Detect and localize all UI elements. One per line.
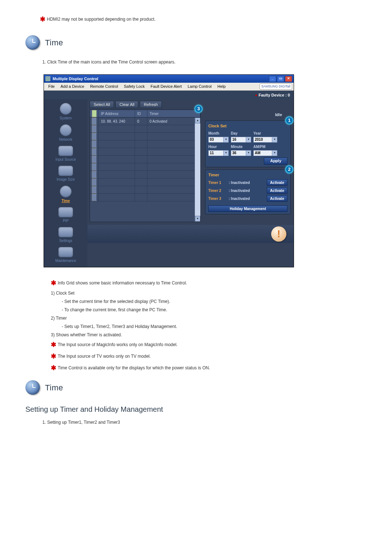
apply-button[interactable]: Apply — [264, 157, 287, 165]
timer3-activate-button[interactable]: Activate — [267, 195, 287, 202]
grid-body: 10. 88. 43. 240 0 0 Activated — [90, 118, 200, 222]
timer3-name: Timer 3 — [208, 196, 226, 201]
table-row[interactable] — [90, 148, 200, 156]
chevron-down-icon: ▾ — [223, 137, 228, 142]
brand-badge: SAMSUNG DIGITall — [260, 83, 292, 90]
table-row[interactable]: 10. 88. 43. 240 0 0 Activated — [90, 118, 200, 125]
row-checkbox[interactable] — [92, 133, 97, 140]
sidebar-item-system[interactable]: System — [44, 102, 87, 122]
row-checkbox[interactable] — [92, 156, 97, 163]
select-all-button[interactable]: Select All — [90, 101, 114, 108]
sidebar-item-network[interactable]: Network — [44, 123, 87, 144]
sidebar-item-time[interactable]: Time — [44, 184, 87, 205]
settings-icon — [58, 227, 73, 237]
sidebar-item-settings[interactable]: Settings — [44, 226, 87, 245]
table-row[interactable] — [90, 194, 200, 201]
input-source-icon — [58, 146, 73, 156]
sidebar-item-input-source[interactable]: Input Source — [44, 144, 87, 164]
right-panel: Idle 1 Clock Set Month03▾ Day16▾ Year201… — [203, 110, 294, 225]
day-select[interactable]: 16▾ — [231, 137, 251, 143]
main-area: System Network Input Source Image Size T… — [44, 99, 294, 267]
menu-remote-control[interactable]: Remote Control — [87, 83, 121, 90]
timer2-status: : Inactivated — [229, 188, 265, 193]
row-checkbox[interactable] — [92, 171, 97, 178]
timer2-name: Timer 2 — [208, 188, 226, 193]
sidebar-item-pip[interactable]: PIP — [44, 206, 87, 225]
maintenance-icon — [58, 247, 73, 257]
sidebar-item-maintenance[interactable]: Maintenance — [44, 246, 87, 265]
desc-infogrid: Info Grid shows some basic information n… — [58, 280, 187, 286]
table-row[interactable] — [90, 125, 200, 133]
system-icon — [60, 103, 72, 115]
header-checkbox-cell[interactable] — [90, 110, 99, 117]
clear-all-button[interactable]: Clear All — [115, 101, 138, 108]
menu-fault-device-alert[interactable]: Fault Device Alert — [148, 83, 185, 90]
menu-safety-lock[interactable]: Safety Lock — [121, 83, 147, 90]
section-title-2: Time — [45, 382, 63, 394]
header-timer: Timer — [147, 110, 200, 117]
menu-lamp-control[interactable]: Lamp Control — [185, 83, 215, 90]
hdmi-note-text: HDMI2 may not be supported depending on … — [47, 17, 156, 22]
ampm-select[interactable]: AM▾ — [253, 150, 277, 156]
header-id: ID — [135, 110, 147, 117]
row-timer: 0 Activated — [147, 118, 200, 125]
month-select[interactable]: 03▾ — [208, 137, 229, 143]
table-row[interactable] — [90, 133, 200, 140]
row-checkbox[interactable] — [92, 178, 97, 186]
row-checkbox[interactable] — [92, 163, 97, 171]
row-checkbox[interactable] — [92, 118, 97, 125]
menu-file[interactable]: File — [45, 83, 58, 90]
chevron-down-icon: ▾ — [246, 151, 251, 156]
star-icon: ✱ — [51, 364, 56, 372]
table-row[interactable] — [90, 156, 200, 163]
timer2-activate-button[interactable]: Activate — [267, 187, 287, 194]
day-label: Day — [231, 131, 251, 136]
year-select[interactable]: 2010▾ — [253, 137, 277, 143]
minute-label: Minute — [231, 144, 251, 149]
alert-icon: ! — [271, 226, 286, 242]
table-row[interactable] — [90, 140, 200, 148]
idle-label: Idle — [268, 111, 289, 118]
center-pane: Select All Clear All Refresh IP Address … — [87, 99, 294, 267]
star-icon: ✱ — [51, 341, 56, 348]
scroll-down-button[interactable]: ▼ — [195, 216, 200, 222]
table-row[interactable] — [90, 163, 200, 171]
chevron-down-icon: ▾ — [223, 151, 228, 156]
row-checkbox[interactable] — [92, 186, 97, 193]
minute-select[interactable]: 36▾ — [231, 150, 251, 156]
callout-1: 1 — [285, 116, 293, 124]
clock-icon — [25, 35, 40, 50]
sub-item: Setting up Timer1, Timer2 and Timer3 — [47, 419, 367, 426]
menu-help[interactable]: Help — [215, 83, 229, 90]
row-checkbox[interactable] — [92, 194, 97, 201]
grid-scrollbar[interactable]: ▲ ▼ — [195, 118, 200, 222]
timer1-activate-button[interactable]: Activate — [267, 179, 287, 186]
table-row[interactable] — [90, 186, 200, 194]
holiday-management-button[interactable]: Holiday Management — [208, 205, 287, 212]
timer-row: Timer 2 : Inactivated Activate — [208, 187, 287, 194]
table-row[interactable] — [90, 178, 200, 186]
row-checkbox[interactable] — [92, 140, 97, 148]
intro-list: Click Time of the main icons and the Tim… — [47, 59, 367, 65]
scroll-track[interactable] — [195, 123, 200, 216]
hour-select[interactable]: 11▾ — [208, 150, 229, 156]
desc-clockset-b: - To change the current time, first chan… — [62, 307, 367, 313]
close-button[interactable]: ✕ — [285, 76, 292, 82]
maximize-button[interactable]: ▭ — [277, 76, 284, 82]
minimize-button[interactable]: _ — [269, 76, 276, 82]
scroll-up-button[interactable]: ▲ — [195, 118, 200, 123]
sidebar-item-image-size[interactable]: Image Size — [44, 164, 87, 184]
timer-title: Timer — [208, 172, 287, 178]
refresh-button[interactable]: Refresh — [140, 101, 162, 108]
sidebar: System Network Input Source Image Size T… — [44, 99, 87, 267]
clock-icon — [25, 380, 40, 395]
row-id: 0 — [135, 118, 147, 125]
menu-add-device[interactable]: Add a Device — [58, 83, 87, 90]
row-checkbox[interactable] — [92, 125, 97, 132]
table-row[interactable] — [90, 171, 200, 178]
callout-3: 3 — [195, 105, 203, 113]
row-checkbox[interactable] — [92, 148, 97, 155]
desc-timer: 2) Timer — [51, 315, 367, 321]
header-checkbox[interactable] — [92, 110, 97, 117]
timer-row: Timer 1 : Inactivated Activate — [208, 179, 287, 186]
